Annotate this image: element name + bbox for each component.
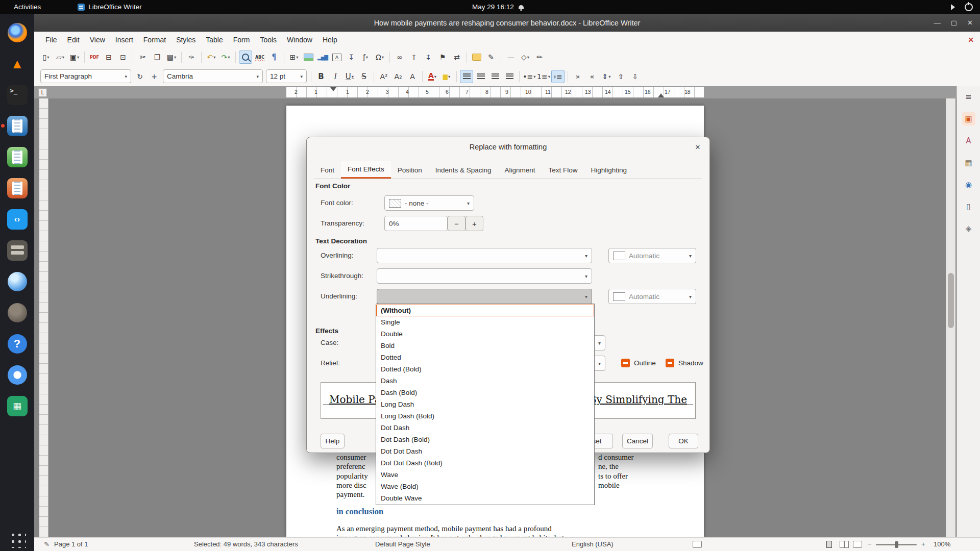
document-text-line[interactable]: consumer: [336, 453, 366, 462]
left-indent-marker[interactable]: [330, 87, 336, 91]
decrease-paragraph-spacing-icon[interactable]: ⇩: [628, 70, 642, 83]
outline-list-icon[interactable]: ›≡: [551, 70, 565, 83]
dock-item-blue-app[interactable]: [6, 270, 29, 293]
underline-color-dropdown[interactable]: Automatic ▾: [608, 289, 696, 304]
menu-file[interactable]: File: [40, 33, 62, 46]
language-status[interactable]: English (USA): [572, 540, 614, 548]
underline-icon[interactable]: U▾: [343, 70, 356, 83]
sidebar-gallery-icon[interactable]: ▦: [962, 156, 975, 169]
shadow-checkbox[interactable]: [666, 359, 674, 367]
dock-item-vlc[interactable]: ▲: [6, 52, 29, 76]
horizontal-ruler[interactable]: L 2 1 1 2 3 4 5 6 7 8 9 10 11 12 13 14 1…: [34, 86, 980, 98]
dock-item-help[interactable]: ?: [6, 332, 29, 356]
align-center-icon[interactable]: [474, 70, 487, 83]
justify-icon[interactable]: [503, 70, 516, 83]
underlining-dropdown[interactable]: ▾: [377, 289, 592, 304]
tab-indents-spacing[interactable]: Indents & Spacing: [429, 161, 498, 179]
document-heading[interactable]: in conclusion: [336, 507, 383, 517]
insert-field-icon[interactable]: ƒ▾: [359, 51, 372, 64]
clear-formatting-icon[interactable]: A: [406, 70, 419, 83]
activities-button[interactable]: Activities: [14, 3, 41, 11]
tab-text-flow[interactable]: Text Flow: [542, 161, 584, 179]
underline-option[interactable]: Dash: [376, 375, 594, 387]
document-text-line[interactable]: d consumer: [598, 453, 634, 462]
dock-item-software[interactable]: ▦: [6, 394, 29, 418]
menu-form[interactable]: Form: [228, 33, 255, 46]
print-preview-icon[interactable]: ⊡: [116, 51, 130, 64]
tab-font[interactable]: Font: [314, 161, 341, 179]
document-text-line[interactable]: preferenc: [336, 462, 365, 471]
underline-option[interactable]: Double Wave: [376, 492, 594, 504]
document-text-line[interactable]: more disc: [336, 481, 366, 490]
dock-item-terminal[interactable]: >_: [6, 83, 29, 107]
find-replace-icon[interactable]: [239, 51, 252, 64]
menu-styles[interactable]: Styles: [171, 33, 201, 46]
underline-option[interactable]: Single: [376, 316, 594, 328]
strikethrough-dropdown[interactable]: ▾: [377, 268, 592, 284]
dock-item-file-manager[interactable]: [6, 239, 29, 262]
system-status-menu[interactable]: [949, 0, 973, 14]
underline-option[interactable]: Double: [376, 328, 594, 340]
insert-comment-icon[interactable]: [470, 51, 483, 64]
insert-table-icon[interactable]: ⊞▾: [287, 51, 301, 64]
dock-item-vscode[interactable]: ‹›: [6, 208, 29, 231]
single-page-view-icon[interactable]: [826, 541, 832, 548]
underline-option[interactable]: Dash (Bold): [376, 387, 594, 398]
bold-icon[interactable]: B: [314, 70, 328, 83]
page-style-status[interactable]: Default Page Style: [375, 540, 430, 548]
decrease-indent-icon[interactable]: «: [585, 70, 599, 83]
edit-mode-icon[interactable]: ✎: [44, 540, 50, 548]
underline-option[interactable]: Dot Dot Dash: [376, 445, 594, 457]
page-count-status[interactable]: Page 1 of 1: [54, 540, 88, 548]
highlight-color-icon[interactable]: ▆▾: [440, 70, 453, 83]
underline-option[interactable]: Dot Dot Dash (Bold): [376, 457, 594, 469]
insert-image-icon[interactable]: [302, 51, 315, 64]
transparency-increase-button[interactable]: +: [465, 216, 483, 231]
dialog-title[interactable]: Replace with formatting: [307, 137, 709, 157]
horizontal-line-icon[interactable]: —: [504, 51, 518, 64]
formatting-marks-icon[interactable]: ¶: [267, 51, 281, 64]
spelling-icon[interactable]: ABC: [253, 51, 266, 64]
focused-app-menu[interactable]: LibreOffice Writer: [78, 3, 142, 11]
redo-icon[interactable]: ↷▾: [219, 51, 232, 64]
dock-item-gimp[interactable]: [6, 301, 29, 324]
sidebar-navigator-icon[interactable]: ◉: [962, 178, 975, 191]
dock-item-libreoffice-calc[interactable]: [6, 145, 29, 169]
insert-textbox-icon[interactable]: A: [330, 51, 344, 64]
update-style-icon[interactable]: ↻: [133, 70, 146, 83]
underline-option[interactable]: Dotted: [376, 352, 594, 363]
cut-icon[interactable]: ✂: [136, 51, 150, 64]
menu-edit[interactable]: Edit: [62, 33, 85, 46]
tab-highlighting[interactable]: Highlighting: [584, 161, 633, 179]
underline-option[interactable]: Long Dash: [376, 398, 594, 410]
sidebar-page-icon[interactable]: ▯: [962, 200, 975, 213]
ok-button[interactable]: OK: [669, 434, 698, 448]
cancel-button[interactable]: Cancel: [622, 434, 653, 448]
underline-option[interactable]: Dot Dash (Bold): [376, 434, 594, 445]
italic-icon[interactable]: I: [329, 70, 342, 83]
save-icon[interactable]: ▣▾: [68, 51, 81, 64]
font-color-dropdown[interactable]: - none - ▾: [384, 195, 474, 211]
document-text-line[interactable]: As an emerging payment method, mobile pa…: [336, 524, 552, 533]
print-icon[interactable]: ⊟: [102, 51, 115, 64]
font-color-icon[interactable]: A▾: [426, 70, 439, 83]
dock-item-libreoffice-writer[interactable]: [6, 114, 29, 138]
special-character-icon[interactable]: Ω▾: [373, 51, 386, 64]
overlining-dropdown[interactable]: ▾: [377, 248, 592, 263]
subscript-icon[interactable]: A₂: [391, 70, 405, 83]
document-text-line[interactable]: popularity: [336, 472, 368, 481]
font-name-combo[interactable]: Cambria ▾: [163, 69, 263, 83]
insert-chart-icon[interactable]: ▂▅▇: [316, 51, 329, 64]
footnote-icon[interactable]: †: [407, 51, 421, 64]
paragraph-style-combo[interactable]: First Paragraph ▾: [40, 69, 131, 83]
tab-font-effects[interactable]: Font Effects: [341, 161, 391, 179]
font-size-combo[interactable]: 12 pt ▾: [266, 69, 307, 83]
dock-item-chromium[interactable]: [6, 363, 29, 387]
underline-option[interactable]: Wave (Bold): [376, 481, 594, 492]
zoom-in-icon[interactable]: +: [921, 540, 925, 548]
document-text-line[interactable]: mobile: [598, 481, 620, 490]
window-titlebar[interactable]: How mobile payments are reshaping consum…: [34, 14, 980, 32]
overline-color-dropdown[interactable]: Automatic ▾: [608, 248, 696, 263]
undo-icon[interactable]: ↶▾: [205, 51, 218, 64]
zoom-level[interactable]: 100%: [934, 540, 950, 548]
